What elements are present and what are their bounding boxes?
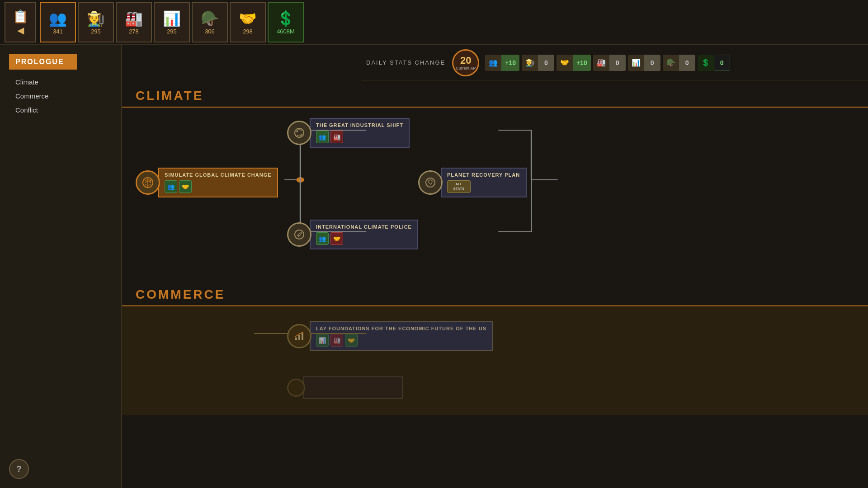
sidebar-item-conflict[interactable]: Conflict <box>9 103 112 117</box>
simulate-node-icons: 👥 🤝 <box>165 180 272 193</box>
stat-diplomacy-button[interactable]: 🤝 298 <box>230 2 266 42</box>
sidebar-item-commerce[interactable]: Commerce <box>9 89 112 103</box>
great-industrial-node-box[interactable]: THE GREAT INDUSTRIAL SHIFT 👥 🏭 <box>310 118 410 148</box>
chip-economy-icon: 📊 <box>628 55 644 71</box>
intl-climate-node-box[interactable]: INTERNATIONAL CLIMATE POLICE 👥 🤝 <box>310 220 418 249</box>
stat-food-button[interactable]: 🧑‍🌾 295 <box>78 2 114 42</box>
intl-climate-node-icons: 👥 🤝 <box>316 232 412 245</box>
sidebar-item-climate[interactable]: Climate <box>9 75 112 89</box>
chip-population-icon: 👥 <box>485 55 501 71</box>
commerce-section-header: COMMERCE <box>122 279 868 306</box>
great-industrial-circle-icon <box>287 121 311 145</box>
chip-economy-val: 0 <box>644 55 660 71</box>
climate-section-header: CLIMATE <box>122 80 868 108</box>
money-value: 4608M <box>277 28 295 35</box>
intl-climate-circle-icon <box>287 222 311 247</box>
economic-future-node-icons: 📊 🏭 🤝 <box>316 334 486 347</box>
daily-stats-panel: DAILY STATS CHANGE 20 Current AP 👥 +10 🧑… <box>362 45 868 80</box>
great-industrial-node-title: THE GREAT INDUSTRIAL SHIFT <box>316 122 403 128</box>
node-economic-future[interactable]: LAY FOUNDATIONS FOR THE ECONOMIC FUTURE … <box>287 321 493 351</box>
sidebar-section-label: PROLOGUE <box>9 54 77 70</box>
climate-section: CLIMATE <box>122 80 868 279</box>
chip-food-icon: 🧑‍🌾 <box>522 55 538 71</box>
food-icon: 🧑‍🌾 <box>87 10 105 27</box>
chart-icon <box>293 330 305 342</box>
leaf-icon <box>293 229 305 240</box>
simulate-node-box[interactable]: SIMULATE GLOBAL CLIMATE CHANGE 👥 🤝 <box>158 168 278 197</box>
sidebar: PROLOGUE Climate Commerce Conflict <box>0 45 122 488</box>
simulate-circle-icon <box>136 170 160 195</box>
stat-chip-military: 🪖 0 <box>663 55 695 71</box>
economic-future-node-title: LAY FOUNDATIONS FOR THE ECONOMIC FUTURE … <box>316 326 486 331</box>
stat-chip-economy: 📊 0 <box>628 55 660 71</box>
climate-project-area: SIMULATE GLOBAL CLIMATE CHANGE 👥 🤝 <box>122 108 868 279</box>
stat-military-button[interactable]: 🪖 306 <box>192 2 228 42</box>
ap-label: Current AP <box>456 66 476 71</box>
ap-circle: 20 Current AP <box>452 49 479 76</box>
industry-icon: 🏭 <box>125 10 143 27</box>
node-planet-recovery[interactable]: PLANET RECOVERY PLAN ALLSTATS <box>418 168 527 197</box>
chip-military-val: 0 <box>679 55 695 71</box>
commerce-connectors <box>122 306 868 415</box>
planet-recovery-icon-all-stats: ALLSTATS <box>447 180 471 193</box>
intl-climate-icon-population: 👥 <box>316 232 329 245</box>
economic-future-circle-icon <box>287 324 311 348</box>
stat-population-button[interactable]: 👥 341 <box>40 2 76 42</box>
economy-value: 295 <box>167 28 177 35</box>
commerce-second-node-box[interactable] <box>303 376 403 399</box>
planet-recovery-node-title: PLANET RECOVERY PLAN <box>447 172 520 178</box>
simulate-icon-diplomacy: 🤝 <box>179 180 192 193</box>
ap-value: 20 <box>460 55 471 66</box>
economic-icon-industry: 🏭 <box>330 334 343 347</box>
planet-recovery-node-box[interactable]: PLANET RECOVERY PLAN ALLSTATS <box>441 168 527 197</box>
chip-industry-val: 0 <box>609 55 626 71</box>
intl-climate-node-title: INTERNATIONAL CLIMATE POLICE <box>316 224 412 230</box>
simulate-node-title: SIMULATE GLOBAL CLIMATE CHANGE <box>165 172 272 178</box>
stat-chip-diplomacy: 🤝 +10 <box>557 55 591 71</box>
food-value: 295 <box>91 28 101 35</box>
clipboard-icon: 📋 <box>13 9 28 24</box>
diplomacy-value: 298 <box>243 28 253 35</box>
great-industrial-icon-population: 👥 <box>316 131 329 143</box>
commerce-second-circle-icon <box>287 379 305 397</box>
simulate-icon-population: 👥 <box>165 180 177 193</box>
svg-point-14 <box>426 178 435 187</box>
stat-industry-button[interactable]: 🏭 278 <box>116 2 152 42</box>
military-icon: 🪖 <box>201 10 219 27</box>
back-arrow-icon: ◀ <box>17 25 24 36</box>
economic-future-node-box[interactable]: LAY FOUNDATIONS FOR THE ECONOMIC FUTURE … <box>310 321 493 351</box>
svg-point-1 <box>296 177 304 183</box>
chip-food-val: 0 <box>538 55 554 71</box>
globe-arrows-icon <box>142 176 154 189</box>
intl-climate-icon-diplomacy: 🤝 <box>330 232 343 245</box>
chip-population-val: +10 <box>501 55 519 71</box>
daily-stats-label: DAILY STATS CHANGE <box>366 59 445 66</box>
stat-economy-button[interactable]: 📊 295 <box>154 2 190 42</box>
help-button[interactable]: ? <box>9 459 29 479</box>
svg-point-15 <box>295 230 304 239</box>
commerce-section: COMMERCE <box>122 279 868 415</box>
great-industrial-icon-industry: 🏭 <box>330 131 343 143</box>
population-icon: 👥 <box>49 10 67 27</box>
node-commerce-second[interactable] <box>287 376 403 399</box>
planet-recovery-node-icons: ALLSTATS <box>447 180 520 193</box>
svg-rect-20 <box>295 338 297 340</box>
main-content: CLIMATE <box>122 80 868 488</box>
economic-icon-diplomacy: 🤝 <box>345 334 358 347</box>
stat-money-button[interactable]: 💲 4608M <box>268 2 304 42</box>
node-simulate[interactable]: SIMULATE GLOBAL CLIMATE CHANGE 👥 🤝 <box>136 168 278 197</box>
stat-chip-food: 🧑‍🌾 0 <box>522 55 554 71</box>
node-great-industrial[interactable]: THE GREAT INDUSTRIAL SHIFT 👥 🏭 <box>287 118 410 148</box>
diplomacy-icon: 🤝 <box>239 10 257 27</box>
node-intl-climate[interactable]: INTERNATIONAL CLIMATE POLICE 👥 🤝 <box>287 220 418 249</box>
top-bar: 📋 ◀ 👥 341 🧑‍🌾 295 🏭 278 📊 295 🪖 306 🤝 29… <box>0 0 868 45</box>
chip-money-icon: 💲 <box>698 55 714 71</box>
globe-leaf-icon <box>425 177 436 188</box>
chip-diplomacy-val: +10 <box>573 55 591 71</box>
industry-value: 278 <box>129 28 139 35</box>
great-industrial-node-icons: 👥 🏭 <box>316 131 403 143</box>
stat-chip-industry: 🏭 0 <box>593 55 626 71</box>
planet-recovery-circle-icon <box>418 170 443 195</box>
money-icon: 💲 <box>277 10 295 27</box>
back-button[interactable]: 📋 ◀ <box>5 2 36 42</box>
